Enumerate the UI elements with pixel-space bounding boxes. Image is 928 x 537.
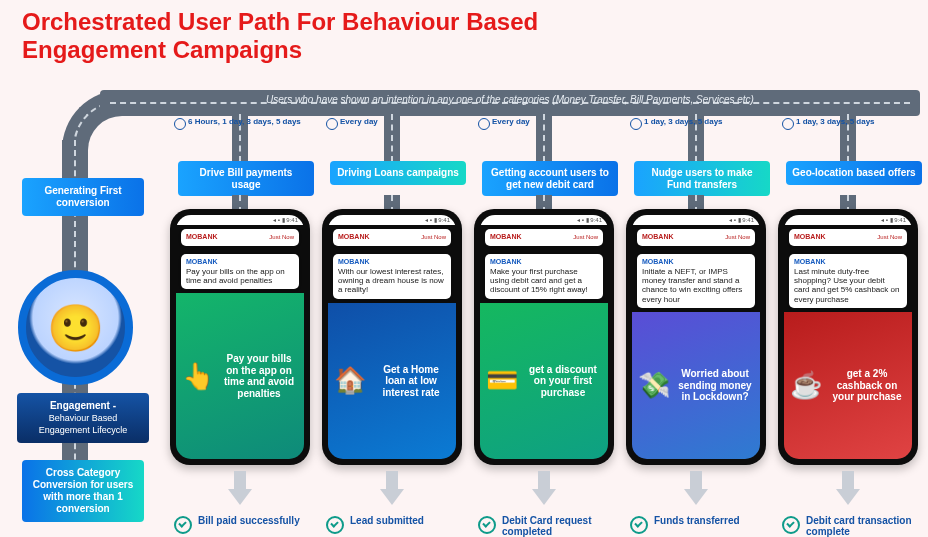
phone-statusbar: ◂ ▪ ▮ 9:41 [784, 215, 912, 225]
brand-label: MOBANK [186, 233, 218, 240]
brand-label: MOBANK [490, 233, 522, 240]
notif-2a-when: Just Now [421, 234, 446, 240]
arrow-down-icon [380, 471, 404, 507]
clock-icon [478, 118, 490, 130]
phone-statusbar: ◂ ▪ ▮ 9:41 [632, 215, 760, 225]
clock-icon [630, 118, 642, 130]
pill-engagement-sub: Behaviour Based Engagement Lifecycle [39, 413, 128, 435]
hero-2-icon: 🏠 [334, 361, 366, 401]
notif-2b: MOBANK With our lowest interest rates, o… [333, 254, 451, 299]
arrow-down-icon [228, 471, 252, 507]
hero-4-icon: 💸 [638, 365, 670, 405]
phone-screen-1: ◂ ▪ ▮ 9:41 MOBANKJust Now MOBANK Pay you… [176, 215, 304, 459]
phone-statusbar: ◂ ▪ ▮ 9:41 [176, 215, 304, 225]
notif-3a: MOBANKJust Now [485, 229, 603, 246]
notif-1a-when: Just Now [269, 234, 294, 240]
hero-4-msg: Worried about sending money in Lockdown? [676, 368, 754, 403]
notif-4b: MOBANK Initiate a NEFT, or IMPS money tr… [637, 254, 755, 308]
phone-2: ◂ ▪ ▮ 9:41 MOBANKJust Now MOBANK With ou… [322, 209, 462, 465]
phone-1: ◂ ▪ ▮ 9:41 MOBANKJust Now MOBANK Pay you… [170, 209, 310, 465]
arrow-down-icon [684, 471, 708, 507]
check-icon [630, 516, 648, 534]
clock-icon [174, 118, 186, 130]
hero-3: 💳 get a discount on your first purchase [480, 303, 608, 459]
phone-4: ◂ ▪ ▮ 9:41 MOBANKJust Now MOBANK Initiat… [626, 209, 766, 465]
pill-first-conversion: Generating First conversion [22, 178, 144, 216]
timing-1: 6 Hours, 1 day, 3 days, 5 days [188, 118, 308, 127]
hero-1-msg: Pay your bills on the app on time and av… [220, 353, 298, 399]
label-4: Nudge users to make Fund transfers [634, 161, 770, 196]
brand-label: MOBANK [338, 233, 370, 240]
outcomes-2: Lead submitted Form opened [322, 511, 462, 537]
outcome-1a: Bill paid successfully [174, 515, 306, 534]
arrow-down-icon [836, 471, 860, 507]
notif-3b-msg: Make your first purchase using debit car… [490, 267, 598, 295]
label-5: Geo-location based offers [786, 161, 922, 185]
phone-statusbar: ◂ ▪ ▮ 9:41 [480, 215, 608, 225]
notif-1b: MOBANK Pay your bills on the app on time… [181, 254, 299, 289]
phone-3: ◂ ▪ ▮ 9:41 MOBANKJust Now MOBANK Make yo… [474, 209, 614, 465]
check-icon [174, 516, 192, 534]
timing-5: 1 day, 3 days, 5 days [796, 118, 916, 127]
phone-screen-2: ◂ ▪ ▮ 9:41 MOBANKJust Now MOBANK With ou… [328, 215, 456, 459]
outcomes-4: Funds transferred Funds transfer initiat… [626, 511, 766, 537]
notif-5a: MOBANKJust Now [789, 229, 907, 246]
outcome-4a: Funds transferred [630, 515, 762, 534]
pill-engagement-title: Engagement - [50, 400, 116, 411]
brand-label: MOBANK [490, 258, 522, 265]
notif-3a-when: Just Now [573, 234, 598, 240]
timing-2: Every day [340, 118, 460, 127]
hero-5-msg: get a 2% cashback on your purchase [828, 368, 906, 403]
phone-screen-3: ◂ ▪ ▮ 9:41 MOBANKJust Now MOBANK Make yo… [480, 215, 608, 459]
label-1: Drive Bill payments usage [178, 161, 314, 196]
hero-2: 🏠 Get a Home loan at low interest rate [328, 303, 456, 459]
outcome-2a: Lead submitted [326, 515, 458, 534]
notif-4a: MOBANKJust Now [637, 229, 755, 246]
notif-5b-msg: Last minute duty-free shopping? Use your… [794, 267, 902, 304]
pill-engagement: Engagement - Behaviour Based Engagement … [17, 393, 149, 443]
brand-label: MOBANK [338, 258, 370, 265]
hero-1: 👆 Pay your bills on the app on time and … [176, 293, 304, 459]
phone-5: ◂ ▪ ▮ 9:41 MOBANKJust Now MOBANK Last mi… [778, 209, 918, 465]
notif-5b: MOBANK Last minute duty-free shopping? U… [789, 254, 907, 308]
columns: 6 Hours, 1 day, 3 days, 5 days Drive Bil… [170, 113, 920, 529]
hero-1-icon: 👆 [182, 356, 214, 396]
notif-2b-msg: With our lowest interest rates, owning a… [338, 267, 446, 295]
label-3: Getting account users to get new debit c… [482, 161, 618, 196]
notif-4a-when: Just Now [725, 234, 750, 240]
phone-screen-5: ◂ ▪ ▮ 9:41 MOBANKJust Now MOBANK Last mi… [784, 215, 912, 459]
hero-5-icon: ☕ [790, 365, 822, 405]
timing-4: 1 day, 3 days, 5 days [644, 118, 764, 127]
road-top-caption: Users who have shown an intention in any… [120, 94, 900, 105]
notif-3b: MOBANK Make your first purchase using de… [485, 254, 603, 299]
notif-1b-msg: Pay your bills on the app on time and av… [186, 267, 294, 285]
brand-label: MOBANK [794, 233, 826, 240]
brand-label: MOBANK [794, 258, 826, 265]
check-icon [478, 516, 496, 534]
timing-3: Every day [492, 118, 612, 127]
hero-2-msg: Get a Home loan at low interest rate [372, 364, 450, 399]
outcome-3a: Debit Card request completed [478, 515, 610, 537]
phone-screen-4: ◂ ▪ ▮ 9:41 MOBANKJust Now MOBANK Initiat… [632, 215, 760, 459]
hero-5: ☕ get a 2% cashback on your purchase [784, 312, 912, 459]
phone-statusbar: ◂ ▪ ▮ 9:41 [328, 215, 456, 225]
outcomes-5: Debit card transaction complete Purchase… [778, 511, 918, 537]
check-icon [326, 516, 344, 534]
label-2: Driving Loans campaigns [330, 161, 466, 185]
notif-5a-when: Just Now [877, 234, 902, 240]
arrow-down-icon [532, 471, 556, 507]
clock-icon [326, 118, 338, 130]
check-icon [782, 516, 800, 534]
hero-3-icon: 💳 [486, 361, 518, 401]
hero-4: 💸 Worried about sending money in Lockdow… [632, 312, 760, 459]
brand-label: MOBANK [642, 258, 674, 265]
brand-label: MOBANK [186, 258, 218, 265]
pill-cross-category: Cross Category Conversion for users with… [22, 460, 144, 522]
outcomes-3: Debit Card request completed Debit card … [474, 511, 614, 537]
notif-1a: MOBANKJust Now [181, 229, 299, 246]
outcomes-1: Bill paid successfully Bill payment init… [170, 511, 310, 537]
hero-3-msg: get a discount on your first purchase [524, 364, 602, 399]
persona-avatar [18, 270, 133, 385]
clock-icon [782, 118, 794, 130]
road-elbow [62, 90, 122, 150]
